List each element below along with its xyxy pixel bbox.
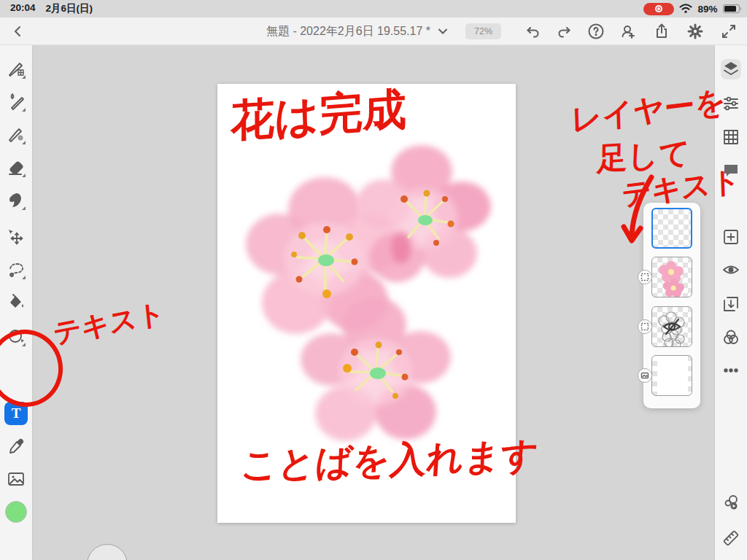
visibility-icon[interactable] (721, 260, 741, 280)
fill-icon[interactable] (6, 292, 26, 313)
artboard[interactable] (217, 84, 516, 523)
zoom-level-badge[interactable]: 72% (465, 23, 501, 39)
battery-percent: 89% (697, 4, 717, 15)
right-toolbar (715, 45, 747, 560)
comment-icon[interactable] (721, 160, 741, 180)
date: 2月6日(日) (46, 2, 93, 15)
text-tool-label: T (12, 405, 21, 421)
flowers-thumb (652, 257, 692, 298)
status-bar: 20:04 2月6日(日) 89% (0, 0, 747, 18)
image-badge-icon[interactable] (638, 368, 652, 383)
layer-thumbnail-sketch[interactable] (651, 306, 692, 347)
grid-icon[interactable] (721, 127, 741, 147)
layers-icon[interactable] (721, 59, 741, 79)
clock: 20:04 (10, 2, 36, 15)
layer-thumbnail-background[interactable] (651, 355, 692, 396)
mask-icon[interactable] (721, 294, 741, 314)
touch-shortcut-button[interactable] (87, 544, 128, 560)
place-image-icon[interactable] (6, 469, 26, 489)
text-tool-button[interactable]: T (4, 402, 28, 425)
screen-recording-icon[interactable] (643, 3, 674, 15)
ruler-icon[interactable] (721, 528, 741, 548)
settings-icon[interactable] (681, 18, 709, 45)
share-icon[interactable] (648, 18, 676, 45)
move-icon[interactable] (6, 227, 26, 247)
help-icon[interactable] (582, 18, 610, 45)
lasso-icon[interactable] (6, 260, 26, 280)
undo-icon[interactable] (519, 18, 547, 45)
blend-icon[interactable] (721, 327, 741, 348)
flower-artwork (217, 84, 516, 523)
live-brush-icon[interactable] (6, 92, 26, 112)
layers-panel (643, 203, 700, 408)
shapes-icon[interactable] (6, 327, 26, 347)
canvas-area[interactable] (32, 45, 715, 560)
color-swatch[interactable] (5, 501, 27, 523)
document-title[interactable]: 無題 - 2022年2月6日 19.55.17 * (266, 24, 430, 39)
left-toolbar: T (0, 45, 32, 560)
eraser-icon[interactable] (6, 158, 26, 178)
redo-icon[interactable] (550, 18, 578, 45)
transform-badge-icon[interactable] (638, 270, 652, 284)
eyedropper-icon[interactable] (6, 436, 26, 456)
adjustments-icon[interactable] (721, 93, 741, 114)
layer-thumbnail-flowers[interactable] (651, 257, 692, 298)
wifi-icon (679, 4, 692, 14)
pixel-brush-icon[interactable] (6, 59, 26, 79)
invite-icon[interactable] (614, 18, 642, 45)
back-icon[interactable] (4, 18, 32, 45)
battery-icon (723, 4, 742, 13)
document-title-group[interactable]: 無題 - 2022年2月6日 19.55.17 * 72% (266, 18, 501, 45)
layer-hidden-eye-slash-icon[interactable] (652, 307, 692, 346)
title-bar: 無題 - 2022年2月6日 19.55.17 * 72% (0, 18, 747, 45)
more-icon[interactable] (721, 360, 741, 381)
chevron-down-icon[interactable] (438, 26, 448, 36)
layer-thumbnail-empty[interactable] (651, 208, 692, 249)
motion-icon[interactable] (721, 493, 741, 513)
smudge-icon[interactable] (6, 190, 26, 211)
transform-badge-icon[interactable] (638, 319, 652, 334)
add-layer-icon[interactable] (721, 227, 741, 247)
mixer-brush-icon[interactable] (6, 125, 26, 145)
fullscreen-icon[interactable] (715, 18, 743, 45)
